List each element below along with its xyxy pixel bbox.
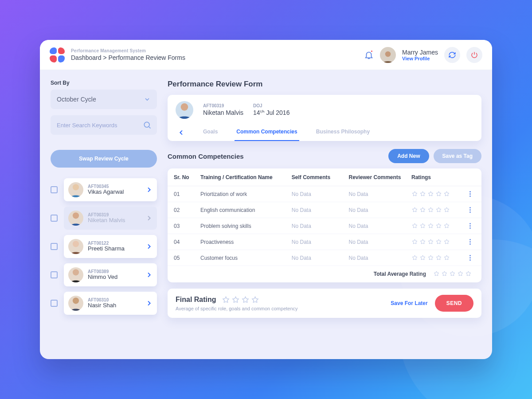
cell-self: No Data: [292, 191, 349, 197]
search-input[interactable]: [57, 122, 143, 129]
cell-self: No Data: [292, 239, 349, 245]
col-name: Training / Certification Name: [200, 174, 292, 180]
cell-reviewer: No Data: [348, 223, 411, 229]
row-menu-button[interactable]: [465, 223, 475, 229]
final-rating-stars[interactable]: [222, 296, 259, 304]
final-rating-label: Final Rating: [176, 296, 216, 304]
cell-rating[interactable]: [411, 191, 465, 197]
table-row: 03Problem solving skillsNo DataNo Data: [168, 218, 481, 234]
sort-by-label: Sort By: [51, 80, 157, 86]
doj-value: 14ᵗʰ Jul 2016: [253, 109, 289, 117]
chevron-right-icon: [145, 243, 153, 250]
competency-table: Sr. No Training / Certification Name Sel…: [168, 168, 481, 282]
svg-point-0: [385, 51, 391, 57]
chevron-right-icon: [145, 215, 153, 222]
employee-checkbox[interactable]: [51, 271, 58, 278]
employee-card-item[interactable]: AFT00319Niketan Malvis: [64, 207, 157, 230]
title-block: Performance Management System Dashboard …: [71, 48, 185, 61]
doj-label: DOJ: [253, 103, 289, 109]
breadcrumb: Dashboard > Performance Review Forms: [71, 54, 185, 61]
send-button[interactable]: SEND: [435, 295, 473, 312]
app-logo: [50, 47, 65, 63]
total-average-label: Total Average Rating: [374, 271, 426, 277]
table-header: Sr. No Training / Certification Name Sel…: [168, 168, 481, 186]
search-icon: [143, 121, 152, 129]
save-as-tag-button[interactable]: Save as Tag: [434, 149, 481, 163]
refresh-button[interactable]: [444, 47, 460, 63]
tab-common-competencies[interactable]: Common Competencies: [235, 124, 299, 141]
chevron-right-icon: [145, 186, 153, 193]
cell-rating[interactable]: [411, 239, 465, 245]
employee-checkbox[interactable]: [51, 243, 58, 250]
employee-name: Preeti Sharma: [88, 246, 141, 252]
employee-name: Niketan Malvis: [203, 109, 243, 117]
sort-cycle-select[interactable]: October Cycle: [51, 90, 157, 109]
cell-name: Problem solving skills: [200, 223, 292, 229]
svg-point-5: [73, 269, 79, 275]
sidebar: Sort By October Cycle Swap Review Cycle …: [51, 80, 157, 350]
employee-name: Nimmo Ved: [88, 274, 141, 281]
tab-goals[interactable]: Goals: [201, 124, 219, 141]
employee-checkbox[interactable]: [51, 186, 58, 193]
save-for-later-link[interactable]: Save For Later: [391, 300, 427, 306]
user-avatar[interactable]: [380, 47, 396, 63]
tabs: Goals Common Competencies Business Philo…: [176, 124, 473, 141]
employee-checkbox[interactable]: [51, 215, 58, 222]
cell-reviewer: No Data: [348, 191, 411, 197]
col-self: Self Comments: [292, 174, 349, 180]
cell-reviewer: No Data: [348, 207, 411, 213]
final-rating-panel: Final Rating Average of specific role, g…: [168, 289, 481, 318]
employee-name: Niketan Malvis: [88, 217, 141, 224]
tab-business-philosophy[interactable]: Business Philosophy: [314, 124, 372, 141]
cell-no: 01: [174, 191, 200, 197]
cell-rating[interactable]: [411, 254, 465, 261]
svg-point-7: [181, 103, 188, 111]
svg-point-6: [73, 297, 79, 304]
app-window: Performance Management System Dashboard …: [40, 40, 492, 359]
cell-name: Proactiveness: [200, 239, 292, 245]
cell-name: Customer focus: [200, 255, 292, 261]
col-sr-no: Sr. No: [174, 174, 200, 180]
cell-self: No Data: [292, 223, 349, 229]
employee-list: AFT00345Vikas AgarwalAFT00319Niketan Mal…: [51, 178, 157, 315]
svg-point-1: [144, 122, 149, 127]
employee-card-item[interactable]: AFT00122Preeti Sharma: [64, 235, 157, 258]
cell-name: Priortization of work: [200, 191, 292, 197]
view-profile-link[interactable]: View Profile: [402, 56, 438, 61]
employee-name: Nasir Shah: [88, 302, 141, 309]
chevron-right-icon: [145, 271, 153, 278]
employee-checkbox[interactable]: [51, 300, 58, 307]
col-ratings: Ratings: [411, 174, 465, 180]
cell-no: 03: [174, 223, 200, 229]
cell-self: No Data: [292, 255, 349, 261]
notifications-button[interactable]: [364, 50, 374, 60]
row-menu-button[interactable]: [465, 191, 475, 197]
employee-id: AFT00319: [203, 103, 243, 109]
row-menu-button[interactable]: [465, 239, 475, 245]
cell-rating[interactable]: [411, 223, 465, 229]
table-row: 01Priortization of workNo DataNo Data: [168, 186, 481, 202]
employee-card-item[interactable]: AFT00310Nasir Shah: [64, 292, 157, 315]
row-menu-button[interactable]: [465, 255, 475, 261]
cell-rating[interactable]: [411, 207, 465, 213]
cell-no: 05: [174, 255, 200, 261]
svg-point-4: [73, 241, 79, 247]
chevron-down-icon: [144, 96, 151, 103]
user-block: Marry James View Profile: [402, 49, 438, 61]
table-footer: Total Average Rating: [168, 266, 481, 282]
swap-cycle-button[interactable]: Swap Review Cycle: [51, 150, 157, 168]
cell-self: No Data: [292, 207, 349, 213]
search-box[interactable]: [51, 115, 157, 135]
app-name: Performance Management System: [71, 48, 185, 53]
power-button[interactable]: [466, 47, 482, 63]
cell-reviewer: No Data: [348, 255, 411, 261]
add-new-button[interactable]: Add New: [388, 149, 429, 163]
table-row: 04ProactivenessNo DataNo Data: [168, 234, 481, 250]
row-menu-button[interactable]: [465, 207, 475, 213]
tab-back-button[interactable]: [176, 128, 186, 137]
employee-card-item[interactable]: AFT00345Vikas Agarwal: [64, 178, 157, 201]
total-rating-stars: [433, 270, 472, 277]
employee-card-item[interactable]: AFT00389Nimmo Ved: [64, 263, 157, 286]
employee-name: Vikas Agarwal: [88, 189, 141, 196]
notification-dot-icon: [370, 50, 373, 53]
